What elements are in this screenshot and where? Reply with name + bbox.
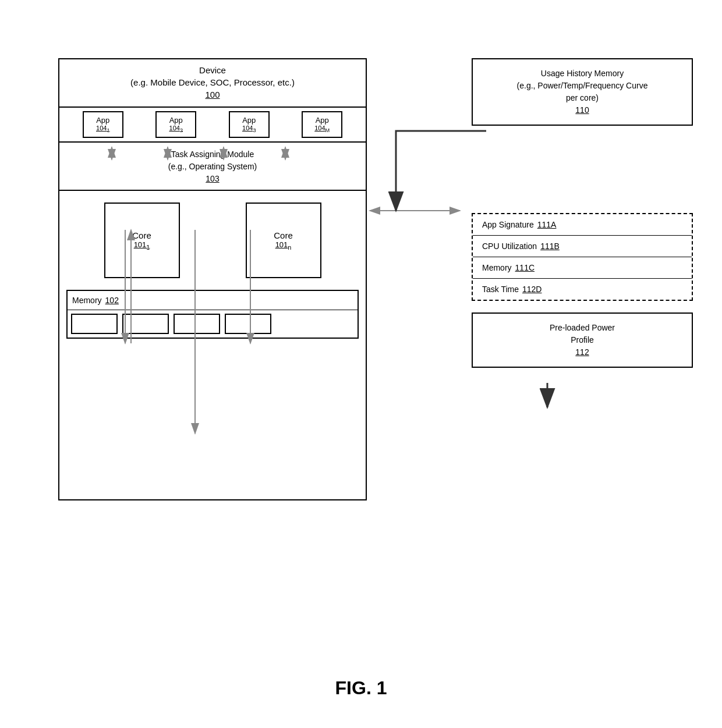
memory-cell-3	[174, 314, 220, 334]
device-label: 100	[205, 90, 220, 100]
app-sig-label-3: Memory	[482, 263, 512, 272]
memory-cell-2	[122, 314, 169, 334]
memory-section: Memory 102	[66, 290, 359, 339]
figure-label: FIG. 1	[335, 677, 387, 699]
app-label-1: App	[90, 116, 116, 125]
app-sig-row-4: Task Time 112D	[473, 279, 692, 300]
app-sig-label-2: CPU Utilization	[482, 242, 537, 251]
usage-history-line1: Usage History Memory	[483, 68, 681, 80]
cores-area: Core 1011 Core 101n	[59, 191, 366, 284]
app-sig-num-4: 112D	[522, 285, 542, 294]
memory-num: 102	[105, 296, 119, 305]
memory-cells	[68, 310, 358, 338]
usage-history-box: Usage History Memory (e.g., Power/Temp/F…	[472, 58, 693, 126]
app-sig-label-4: Task Time	[482, 285, 519, 294]
right-side: Usage History Memory (e.g., Power/Temp/F…	[472, 58, 693, 368]
pre-loaded-box: Pre-loaded Power Profile 112	[472, 312, 693, 368]
app-label-4: App	[309, 116, 335, 125]
app-num-2: 1042	[162, 125, 189, 133]
apps-row: App 1041 App 1042 App 1043 App 104M	[59, 106, 366, 143]
device-title-line1: Device	[199, 65, 226, 75]
app-sig-num-1: 111A	[537, 220, 557, 229]
app-sig-num-3: 111C	[515, 263, 535, 272]
core-label-n: Core	[274, 230, 293, 240]
core-num-1: 1011	[134, 240, 150, 251]
app-sig-num-2: 111B	[540, 242, 560, 251]
device-title: Device (e.g. Mobile Device, SOC, Process…	[59, 59, 366, 103]
core-label-1: Core	[132, 230, 151, 240]
pre-loaded-label: 112	[483, 346, 681, 358]
task-line2: (e.g., Operating System)	[65, 161, 360, 173]
diagram-container: Device (e.g. Mobile Device, SOC, Process…	[23, 35, 699, 605]
core-num-n: 101n	[275, 240, 292, 251]
memory-cell-1	[71, 314, 118, 334]
memory-label: Memory	[72, 296, 102, 305]
app-sig-label-1: App Signature	[482, 220, 534, 229]
app-num-1: 1041	[90, 125, 116, 133]
app-sig-row-3: Memory 111C	[473, 257, 692, 279]
task-module: Task Assigning Module (e.g., Operating S…	[59, 143, 366, 191]
app-signature-box: App Signature 111A CPU Utilization 111B …	[472, 213, 693, 301]
app-label-3: App	[236, 116, 263, 125]
app-sig-row-1: App Signature 111A	[473, 214, 692, 236]
app-box-3: App 1043	[229, 111, 270, 138]
pre-loaded-line2: Profile	[483, 334, 681, 346]
usage-history-line2: (e.g., Power/Temp/Frequency Curve	[483, 80, 681, 92]
cores-and-memory: Core 1011 Core 101n Memory 102	[59, 191, 366, 339]
app-sig-row-2: CPU Utilization 111B	[473, 236, 692, 257]
device-title-line2: (e.g. Mobile Device, SOC, Processor, etc…	[130, 77, 295, 87]
memory-header: Memory 102	[68, 291, 358, 310]
usage-history-label: 110	[483, 104, 681, 116]
task-label: 103	[65, 173, 360, 185]
memory-cell-4	[225, 314, 271, 334]
app-box-4: App 104M	[302, 111, 342, 138]
app-box-2: App 1042	[155, 111, 196, 138]
app-label-2: App	[162, 116, 189, 125]
usage-history-line3: per core)	[483, 92, 681, 104]
pre-loaded-line1: Pre-loaded Power	[483, 322, 681, 334]
device-box: Device (e.g. Mobile Device, SOC, Process…	[58, 58, 367, 500]
app-box-1: App 1041	[83, 111, 123, 138]
core-box-1: Core 1011	[104, 203, 180, 278]
core-box-n: Core 101n	[246, 203, 321, 278]
app-num-3: 1043	[236, 125, 263, 133]
app-num-4: 104M	[309, 125, 335, 133]
task-line1: Task Assigning Module	[65, 148, 360, 161]
